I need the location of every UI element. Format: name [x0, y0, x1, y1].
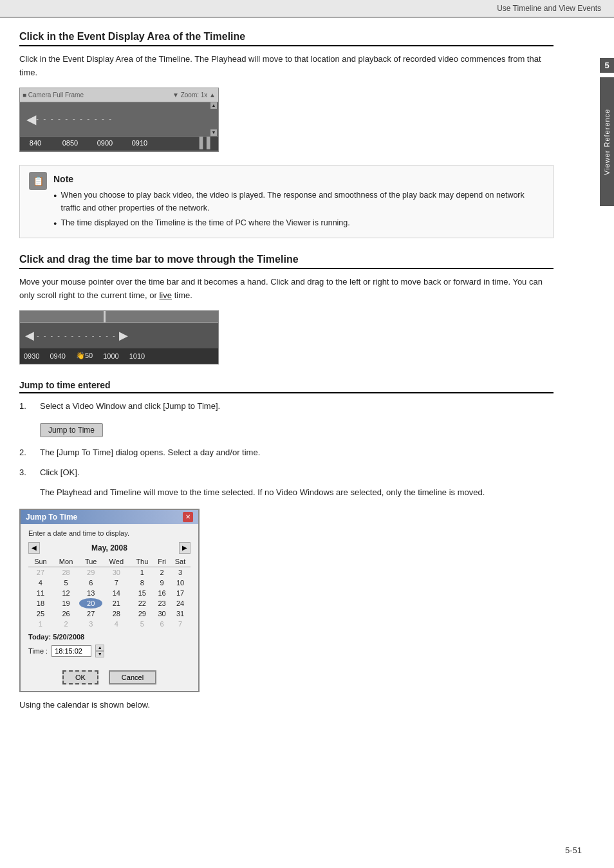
- dialog-ok-button[interactable]: OK: [62, 670, 98, 684]
- cal-day[interactable]: 27: [28, 567, 53, 578]
- chapter-tab: Viewer Reference: [600, 77, 614, 206]
- cal-day[interactable]: 2: [53, 619, 79, 629]
- cal-day[interactable]: 8: [131, 578, 154, 588]
- cal-header-fri: Fri: [154, 556, 170, 567]
- cal-day[interactable]: 6: [79, 578, 102, 588]
- cal-header-thu: Thu: [131, 556, 154, 567]
- dialog-body: Enter a date and time to display. ◀ May,…: [21, 524, 198, 668]
- step-2: 2. The [Jump To Time] dialog opens. Sele…: [19, 446, 554, 460]
- cal-day[interactable]: 14: [102, 588, 130, 598]
- cal-day[interactable]: 31: [170, 609, 191, 619]
- cal-header-sat: Sat: [170, 556, 191, 567]
- note-box: 📋 Note When you choose to play back vide…: [19, 165, 554, 238]
- calendar-header-row: Sun Mon Tue Wed Thu Fri Sat: [28, 556, 191, 567]
- calendar-month: May, 2008: [91, 543, 127, 552]
- section2-para: Move your mouse pointer over the time ba…: [19, 276, 554, 303]
- timeline-image-1: ■ Camera Full Frame ▼ Zoom: 1x ▲ ◀ - - -…: [19, 88, 219, 152]
- cal-day[interactable]: 25: [28, 609, 53, 619]
- cal-day[interactable]: 21: [102, 598, 130, 609]
- cal-day[interactable]: 7: [102, 578, 130, 588]
- main-content: Click in the Event Display Area of the T…: [0, 18, 586, 739]
- step-3: 3. Click [OK].: [19, 466, 554, 480]
- time-label: Time :: [28, 647, 48, 655]
- calendar-week-1: 27 28 29 30 1 2 3: [28, 567, 191, 578]
- note-bullet-2: The time displayed on the Timeline is th…: [53, 216, 544, 229]
- cal-day[interactable]: 26: [53, 609, 79, 619]
- cal-day[interactable]: 9: [154, 578, 170, 588]
- time-input[interactable]: [51, 645, 91, 657]
- cal-day[interactable]: 4: [28, 578, 53, 588]
- page-header: Use Timeline and View Events: [0, 0, 614, 18]
- cal-day[interactable]: 16: [154, 588, 170, 598]
- cal-day[interactable]: 19: [53, 598, 79, 609]
- jump-to-time-dialog[interactable]: Jump To Time ✕ Enter a date and time to …: [19, 509, 200, 692]
- cal-day[interactable]: 30: [154, 609, 170, 619]
- cal-day[interactable]: 23: [154, 598, 170, 609]
- cal-day[interactable]: 28: [102, 609, 130, 619]
- chapter-number: 5: [600, 58, 614, 73]
- cal-day[interactable]: 5: [53, 578, 79, 588]
- cal-day[interactable]: 3: [79, 619, 102, 629]
- dialog-subtitle: Enter a date and time to display.: [28, 529, 191, 537]
- cal-day[interactable]: 24: [170, 598, 191, 609]
- cal-day[interactable]: 11: [28, 588, 53, 598]
- timeline-body: ◀ - - - - - - - - - - - ▲ ▼: [20, 102, 218, 136]
- note-icon: 📋: [29, 172, 47, 190]
- timeline-drag-footer: 0930 0940 👋50 1000 1010: [20, 348, 218, 364]
- section1-heading: Click in the Event Display Area of the T…: [19, 31, 554, 46]
- cal-header-sun: Sun: [28, 556, 53, 567]
- cal-day[interactable]: 29: [131, 609, 154, 619]
- cal-day[interactable]: 2: [154, 567, 170, 578]
- timeline-scrollbar[interactable]: ▲ ▼: [210, 102, 217, 136]
- calendar-week-5: 25 26 27 28 29 30 31: [28, 609, 191, 619]
- cal-header-tue: Tue: [79, 556, 102, 567]
- calendar-week-3: 11 12 13 14 15 16 17: [28, 588, 191, 598]
- cal-day[interactable]: 10: [170, 578, 191, 588]
- cal-day[interactable]: 4: [102, 619, 130, 629]
- timeline-drag-body: ◀ - - - - - - - - - - - - ▶: [20, 323, 218, 348]
- dialog-cancel-button[interactable]: Cancel: [109, 670, 156, 684]
- next-month-button[interactable]: ▶: [179, 542, 191, 554]
- note-content: Note When you choose to play back video,…: [53, 172, 544, 231]
- cal-day[interactable]: 15: [131, 588, 154, 598]
- timeline-top-bar: ■ Camera Full Frame ▼ Zoom: 1x ▲: [20, 88, 218, 102]
- calendar-table: Sun Mon Tue Wed Thu Fri Sat 27 28 29 30: [28, 556, 191, 629]
- time-up-button[interactable]: ▲: [95, 645, 104, 651]
- step-1: 1. Select a Video Window and click [Jump…: [19, 400, 554, 413]
- jump-to-time-button[interactable]: Jump to Time: [40, 423, 103, 437]
- cal-day[interactable]: 28: [53, 567, 79, 578]
- cal-header-wed: Wed: [102, 556, 130, 567]
- step3-detail: The Playhead and Timeline will move to t…: [40, 486, 554, 500]
- note-title: Note: [53, 172, 544, 186]
- dialog-close-button[interactable]: ✕: [183, 512, 193, 522]
- cal-day[interactable]: 3: [170, 567, 191, 578]
- section2-heading: Click and drag the time bar to move thro…: [19, 254, 554, 269]
- cal-day[interactable]: 30: [102, 567, 130, 578]
- dialog-title: Jump To Time: [26, 513, 77, 522]
- cal-day[interactable]: 5: [131, 619, 154, 629]
- cal-day[interactable]: 29: [79, 567, 102, 578]
- today-label: Today: 5/20/2008: [28, 633, 191, 641]
- timeline-footer: 840 0850 0900 0910 ▐▐: [20, 136, 218, 150]
- note-bullet-1: When you choose to play back video, the …: [53, 189, 544, 214]
- cal-header-mon: Mon: [53, 556, 79, 567]
- prev-month-button[interactable]: ◀: [28, 542, 40, 554]
- calendar-week-6: 1 2 3 4 5 6 7: [28, 619, 191, 629]
- cal-day[interactable]: 27: [79, 609, 102, 619]
- live-text: live: [159, 290, 172, 300]
- cal-day[interactable]: 22: [131, 598, 154, 609]
- cal-day[interactable]: 1: [131, 567, 154, 578]
- cal-day[interactable]: 7: [170, 619, 191, 629]
- cal-day[interactable]: 18: [28, 598, 53, 609]
- cal-day[interactable]: 6: [154, 619, 170, 629]
- time-spinner: ▲ ▼: [95, 645, 104, 657]
- cal-day[interactable]: 17: [170, 588, 191, 598]
- cal-day[interactable]: 1: [28, 619, 53, 629]
- page-number: 5-51: [565, 845, 582, 855]
- dialog-titlebar: Jump To Time ✕: [21, 510, 198, 524]
- cal-day[interactable]: 13: [79, 588, 102, 598]
- time-down-button[interactable]: ▼: [95, 651, 104, 657]
- header-title: Use Timeline and View Events: [497, 4, 601, 13]
- cal-day[interactable]: 12: [53, 588, 79, 598]
- cal-day-today[interactable]: 20: [79, 598, 102, 609]
